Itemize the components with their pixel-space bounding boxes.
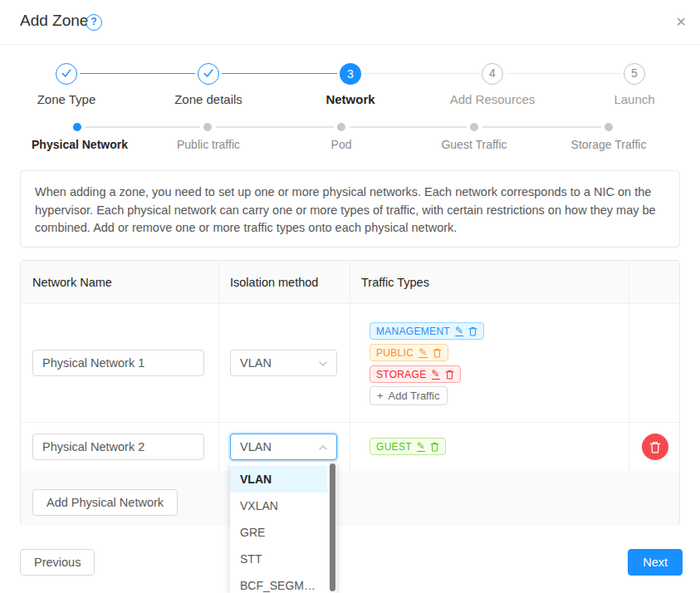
plus-icon: + — [377, 390, 384, 402]
help-icon[interactable]: ? — [86, 14, 102, 31]
dropdown-scrollbar-thumb[interactable] — [330, 463, 335, 591]
next-label: Next — [643, 556, 668, 569]
step-label-zone-type: Zone Type — [37, 92, 96, 106]
physical-network-table: Network Name Isolation method Traffic Ty… — [20, 260, 680, 526]
substep-dot-storage-traffic[interactable] — [605, 123, 613, 131]
edit-icon[interactable]: ✎ — [455, 326, 463, 336]
delete-icon[interactable] — [430, 442, 439, 452]
add-traffic-label: Add Traffic — [389, 390, 440, 402]
add-zone-modal: Add Zone ? ✕ 3 4 5 Zone Type Zone detail… — [0, 0, 700, 593]
step-label-add-resources: Add Resources — [450, 92, 536, 106]
step-indicator-add-resources[interactable]: 4 — [482, 63, 503, 85]
tag-label: PUBLIC — [376, 347, 414, 359]
previous-button[interactable]: Previous — [20, 549, 95, 576]
step-indicator-network[interactable]: 3 — [340, 63, 361, 85]
substep-label-storage-traffic: Storage Traffic — [571, 138, 647, 151]
step-label-launch: Launch — [614, 92, 654, 106]
row-divider — [21, 422, 679, 423]
step-connector — [80, 73, 195, 74]
selected-value: VLAN — [240, 440, 272, 453]
edit-icon[interactable]: ✎ — [432, 370, 440, 380]
dropdown-option-vxlan[interactable]: VXLAN — [230, 493, 327, 519]
add-physical-network-label: Add Physical Network — [47, 496, 164, 509]
substep-dot-guest-traffic[interactable] — [470, 123, 478, 131]
delete-icon[interactable] — [445, 370, 454, 380]
tag-label: GUEST — [376, 441, 412, 453]
next-button[interactable]: Next — [628, 549, 683, 576]
step-indicator-zone-type[interactable] — [56, 63, 77, 85]
step-connector — [506, 73, 621, 74]
isolation-method-select-2[interactable]: VLAN — [230, 434, 337, 460]
info-text: When adding a zone, you need to set up o… — [35, 185, 656, 234]
column-header-network-name: Network Name — [32, 261, 112, 304]
isolation-method-select-1[interactable]: VLAN — [230, 350, 337, 376]
step-label-zone-details: Zone details — [174, 92, 242, 106]
column-divider — [218, 261, 219, 471]
header-divider — [0, 44, 700, 45]
check-icon — [203, 68, 214, 78]
selected-value: VLAN — [240, 356, 272, 370]
dropdown-option-gre[interactable]: GRE — [230, 519, 327, 546]
close-icon[interactable]: ✕ — [676, 14, 687, 30]
traffic-tag-storage: STORAGE ✎ — [370, 365, 461, 383]
substep-connector — [350, 126, 467, 128]
tag-label: MANAGEMENT — [376, 326, 450, 337]
substep-label-public-traffic: Public traffic — [177, 138, 240, 151]
substep-label-physical-network: Physical Network — [32, 138, 128, 151]
substep-label-guest-traffic: Guest Traffic — [441, 138, 507, 151]
page-title: Add Zone — [20, 12, 88, 30]
column-divider — [629, 261, 629, 471]
column-header-traffic-types: Traffic Types — [361, 261, 429, 304]
step-indicator-launch[interactable]: 5 — [624, 63, 645, 85]
previous-label: Previous — [34, 556, 81, 569]
chevron-up-icon — [319, 445, 327, 450]
chevron-down-icon — [319, 361, 327, 366]
delete-icon[interactable] — [433, 348, 442, 358]
network-name-input-1[interactable] — [32, 350, 204, 376]
delete-network-button[interactable] — [642, 434, 668, 460]
step-connector — [364, 73, 479, 74]
substep-connector — [86, 126, 200, 128]
add-traffic-button[interactable]: + Add Traffic — [370, 386, 448, 405]
traffic-tag-management: MANAGEMENT ✎ — [370, 322, 484, 340]
delete-icon[interactable] — [468, 326, 477, 336]
dropdown-option-stt[interactable]: STT — [230, 546, 327, 572]
column-header-isolation-method: Isolation method — [230, 261, 318, 304]
check-icon — [61, 68, 72, 78]
isolation-method-dropdown: VLAN VXLAN GRE STT BCF_SEGM… — [230, 462, 336, 593]
step-connector — [222, 73, 337, 74]
substep-dot-physical-network[interactable] — [73, 123, 81, 131]
substep-label-pod: Pod — [331, 138, 352, 151]
step-label-network: Network — [326, 92, 374, 106]
step-indicator-zone-details[interactable] — [198, 63, 219, 85]
substep-connector — [482, 126, 601, 128]
trash-icon — [649, 441, 661, 453]
traffic-tag-public: PUBLIC ✎ — [370, 344, 448, 361]
edit-icon[interactable]: ✎ — [417, 442, 425, 452]
substep-connector — [216, 126, 334, 128]
substep-dot-public-traffic[interactable] — [203, 123, 212, 131]
substep-dot-pod[interactable] — [337, 123, 345, 131]
edit-icon[interactable]: ✎ — [419, 348, 427, 358]
info-box: When adding a zone, you need to set up o… — [20, 170, 680, 247]
add-physical-network-button[interactable]: Add Physical Network — [32, 489, 178, 516]
network-name-input-2[interactable] — [32, 434, 204, 460]
tag-label: STORAGE — [376, 369, 427, 380]
traffic-tag-guest: GUEST ✎ — [370, 438, 446, 455]
dropdown-option-bcf-segment[interactable]: BCF_SEGM… — [230, 572, 327, 593]
column-divider — [350, 261, 350, 471]
dropdown-option-vlan[interactable]: VLAN — [230, 466, 327, 493]
